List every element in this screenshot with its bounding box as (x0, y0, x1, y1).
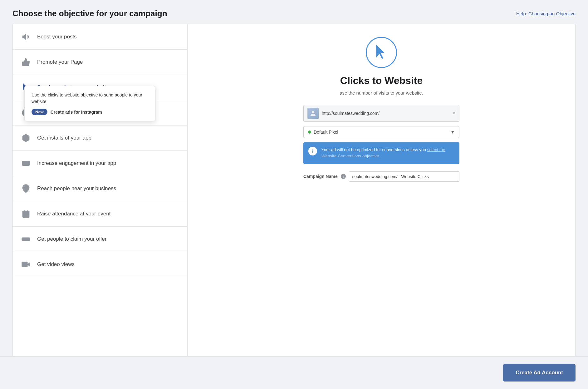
website-url-text: http://soulmateswedding.com/ (322, 111, 453, 116)
new-badge: New (32, 109, 47, 115)
close-website-icon[interactable]: × (453, 111, 455, 116)
green-dot-icon (308, 130, 311, 134)
objective-label-boost-posts: Boost your posts (37, 34, 77, 40)
tooltip-text: Use the clicks to website objective to s… (32, 92, 148, 105)
pixel-label: Default Pixel (314, 130, 338, 135)
tooltip-create-label: Create ads for Instagram (51, 110, 102, 115)
campaign-name-input[interactable] (349, 171, 459, 182)
right-panel-description: ase the number of visits to your website… (340, 90, 423, 96)
calendar-icon: 31 (20, 208, 32, 219)
objective-label-promote-page: Promote your Page (37, 59, 83, 65)
svg-text:31: 31 (24, 214, 27, 217)
svg-point-3 (27, 162, 28, 163)
svg-point-5 (25, 187, 27, 189)
website-thumbnail (307, 108, 319, 119)
megaphone-icon (20, 31, 32, 42)
campaign-name-label: Campaign Name (303, 174, 338, 179)
objective-item-app-installs[interactable]: Get installs of your app (13, 126, 187, 151)
svg-point-4 (28, 163, 29, 164)
page-title: Choose the objective for your campaign (12, 9, 167, 18)
objective-item-event-responses[interactable]: 31 Raise attendance at your event (13, 201, 187, 227)
page-footer: Create Ad Account (0, 356, 588, 389)
objective-item-local-awareness[interactable]: Reach people near your business (13, 176, 187, 201)
campaign-info-icon: i (341, 174, 346, 179)
info-icon: i (308, 147, 317, 155)
right-panel: Clicks to Website ase the number of visi… (187, 24, 576, 356)
right-panel-title: Clicks to Website (340, 75, 423, 86)
game-controller-icon (20, 158, 32, 169)
objective-item-boost-posts[interactable]: Boost your posts (13, 24, 187, 50)
objective-label-app-installs: Get installs of your app (37, 135, 91, 141)
svg-marker-12 (27, 263, 30, 266)
page-container: Choose the objective for your campaign H… (0, 0, 588, 389)
dropdown-arrow-icon: ▼ (450, 130, 455, 135)
page-header: Choose the objective for your campaign H… (0, 0, 588, 24)
help-link[interactable]: Help: Choosing an Objective (516, 11, 576, 16)
tooltip-new-row: New Create ads for Instagram (32, 109, 148, 115)
create-ad-account-button[interactable]: Create Ad Account (503, 364, 576, 382)
objective-icon-large (366, 37, 397, 68)
objective-item-video-views[interactable]: Get video views (13, 252, 187, 277)
objective-label-offer-claims: Get people to claim your offer (37, 236, 107, 242)
svg-rect-13 (22, 262, 27, 267)
main-content: Boost your posts Promote your Page (0, 24, 588, 356)
objective-item-offer-claims[interactable]: Get people to claim your offer (13, 227, 187, 252)
svg-point-14 (312, 111, 314, 113)
objective-label-event-responses: Raise attendance at your event (37, 211, 110, 217)
website-url-input-row[interactable]: http://soulmateswedding.com/ × (303, 105, 459, 122)
objectives-panel: Boost your posts Promote your Page (12, 24, 187, 356)
offer-icon (20, 234, 32, 245)
campaign-name-row: Campaign Name i (303, 171, 459, 182)
objective-item-promote-page[interactable]: Promote your Page (13, 50, 187, 75)
tooltip-popup: Use the clicks to website objective to s… (24, 86, 155, 121)
box-icon (20, 132, 32, 144)
info-box: i Your ad will not be optimized for conv… (303, 142, 459, 164)
pixel-dropdown[interactable]: Default Pixel ▼ (303, 126, 459, 138)
pin-icon (20, 183, 32, 194)
objective-label-local-awareness: Reach people near your business (37, 185, 116, 192)
objective-label-video-views: Get video views (37, 261, 75, 268)
pixel-left: Default Pixel (308, 130, 338, 135)
objective-label-app-engagement: Increase engagement in your app (37, 160, 116, 166)
objective-item-app-engagement[interactable]: Increase engagement in your app (13, 151, 187, 176)
video-icon (20, 259, 32, 270)
thumbs-up-icon (20, 57, 32, 68)
info-box-text: Your ad will not be optimized for conver… (321, 147, 454, 160)
